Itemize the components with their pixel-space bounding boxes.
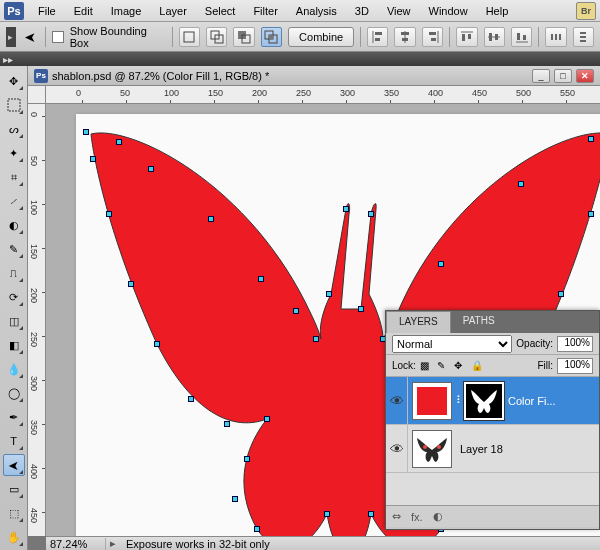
tool-eyedropper[interactable]: ⟋ [3, 190, 25, 212]
layer-thumbnail[interactable] [412, 430, 452, 468]
zoom-field[interactable]: 87.24% [46, 538, 106, 550]
tool-lasso[interactable]: ᔕ [3, 118, 25, 140]
pathop-subtract-icon[interactable] [233, 27, 254, 47]
tool-type[interactable]: T [3, 430, 25, 452]
menu-view[interactable]: View [379, 2, 419, 20]
align-bottom-icon[interactable] [511, 27, 532, 47]
align-center-h-icon[interactable] [394, 27, 415, 47]
path-anchor[interactable] [368, 511, 374, 517]
layer-mask-thumbnail[interactable] [464, 382, 504, 420]
path-anchor[interactable] [438, 261, 444, 267]
path-anchor[interactable] [264, 416, 270, 422]
path-anchor[interactable] [368, 211, 374, 217]
link-icon[interactable]: ⠇ [456, 394, 464, 407]
tool-stamp[interactable]: ⎍ [3, 262, 25, 284]
window-minimize-button[interactable]: _ [532, 69, 550, 83]
tool-shape[interactable]: ▭ [3, 478, 25, 500]
layer-row[interactable]: 👁 ⠇ Color Fi... [386, 377, 599, 425]
path-anchor[interactable] [324, 511, 330, 517]
menu-select[interactable]: Select [197, 2, 244, 20]
lock-position-icon[interactable]: ✥ [454, 360, 468, 371]
path-anchor[interactable] [258, 276, 264, 282]
tool-crop[interactable]: ⌗ [3, 166, 25, 188]
opacity-value[interactable]: 100% [557, 336, 593, 352]
path-anchor[interactable] [116, 139, 122, 145]
window-close-button[interactable]: ✕ [576, 69, 594, 83]
menu-file[interactable]: File [30, 2, 64, 20]
tool-blur[interactable]: 💧 [3, 358, 25, 380]
visibility-toggle-icon[interactable]: 👁 [390, 441, 404, 457]
menu-window[interactable]: Window [421, 2, 476, 20]
tool-pen[interactable]: ✒ [3, 406, 25, 428]
path-anchor[interactable] [343, 206, 349, 212]
tool-marquee[interactable] [3, 94, 25, 116]
menu-layer[interactable]: Layer [151, 2, 195, 20]
ruler-vertical[interactable]: 050100150200250300350400450 [28, 104, 46, 536]
tool-brush[interactable]: ✎ [3, 238, 25, 260]
menu-edit[interactable]: Edit [66, 2, 101, 20]
path-anchor[interactable] [588, 136, 594, 142]
layer-row[interactable]: 👁 Layer 18 [386, 425, 599, 473]
current-tool-icon[interactable]: ➤ [22, 28, 39, 46]
tool-wand[interactable]: ✦ [3, 142, 25, 164]
tool-heal[interactable]: ◐ [3, 214, 25, 236]
menu-help[interactable]: Help [478, 2, 517, 20]
path-anchor[interactable] [148, 166, 154, 172]
show-bounding-box-checkbox[interactable] [52, 31, 64, 43]
path-anchor[interactable] [83, 129, 89, 135]
tool-history[interactable]: ⟳ [3, 286, 25, 308]
path-anchor[interactable] [326, 291, 332, 297]
align-top-icon[interactable] [456, 27, 477, 47]
window-maximize-button[interactable]: □ [554, 69, 572, 83]
link-layers-icon[interactable]: ⇔ [392, 510, 401, 523]
path-anchor[interactable] [188, 396, 194, 402]
align-right-icon[interactable] [422, 27, 443, 47]
status-chevron-icon[interactable]: ▸ [106, 537, 120, 550]
tool-gradient[interactable]: ◧ [3, 334, 25, 356]
layer-fill-thumbnail[interactable] [412, 382, 452, 420]
ruler-corner[interactable] [28, 86, 46, 104]
expand-options-icon[interactable]: ▸ [6, 27, 16, 47]
layer-mask-icon[interactable]: ◐ [433, 510, 443, 523]
layers-panel[interactable]: LAYERS PATHS Normal Opacity: 100% Lock: … [385, 310, 600, 530]
lock-all-icon[interactable]: 🔒 [471, 360, 485, 371]
layer-fx-icon[interactable]: fx. [411, 511, 423, 523]
distribute-1-icon[interactable] [545, 27, 566, 47]
path-anchor[interactable] [254, 526, 260, 532]
bridge-button[interactable]: Br [576, 2, 596, 20]
path-anchor[interactable] [154, 341, 160, 347]
distribute-2-icon[interactable] [573, 27, 594, 47]
path-anchor[interactable] [90, 156, 96, 162]
fill-value[interactable]: 100% [557, 358, 593, 374]
tab-paths[interactable]: PATHS [451, 311, 507, 333]
path-anchor[interactable] [358, 306, 364, 312]
menu-image[interactable]: Image [103, 2, 150, 20]
document-header[interactable]: Ps shablon.psd @ 87.2% (Color Fill 1, RG… [28, 66, 600, 86]
pathop-add-icon[interactable] [206, 27, 227, 47]
ruler-horizontal[interactable]: 050100150200250300350400450500550 [46, 86, 600, 104]
tool-path-select[interactable]: ➤ [3, 454, 25, 476]
menu-3d[interactable]: 3D [347, 2, 377, 20]
path-anchor[interactable] [588, 211, 594, 217]
lock-transparent-icon[interactable]: ▩ [420, 360, 434, 371]
visibility-toggle-icon[interactable]: 👁 [390, 393, 404, 409]
layer-name[interactable]: Layer 18 [456, 443, 599, 455]
path-anchor[interactable] [293, 308, 299, 314]
tool-hand[interactable]: ✋ [3, 526, 25, 548]
path-anchor[interactable] [244, 456, 250, 462]
layer-name[interactable]: Color Fi... [504, 395, 599, 407]
combine-button[interactable]: Combine [288, 27, 354, 47]
path-anchor[interactable] [558, 291, 564, 297]
align-left-icon[interactable] [367, 27, 388, 47]
pathop-intersect-icon[interactable] [261, 27, 282, 47]
path-anchor[interactable] [106, 211, 112, 217]
blend-mode-select[interactable]: Normal [392, 335, 512, 353]
tool-eraser[interactable]: ◫ [3, 310, 25, 332]
align-center-v-icon[interactable] [484, 27, 505, 47]
pathop-new-icon[interactable] [179, 27, 200, 47]
tool-3d[interactable]: ⬚ [3, 502, 25, 524]
path-anchor[interactable] [224, 421, 230, 427]
path-anchor[interactable] [208, 216, 214, 222]
tool-move[interactable]: ✥ [3, 70, 25, 92]
tool-dodge[interactable]: ◯ [3, 382, 25, 404]
